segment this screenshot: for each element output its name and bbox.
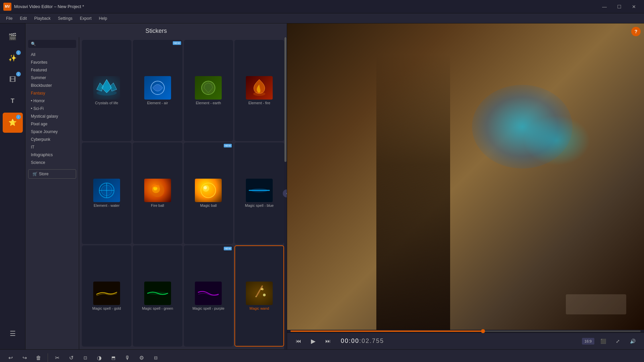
store-label: Store: [39, 172, 49, 176]
svg-rect-20: [255, 285, 263, 298]
stickers-panel: Stickers 🔍 ✕ All Favorites Featured Summ…: [25, 23, 287, 349]
sticker-thumb: [195, 76, 222, 100]
volume-button[interactable]: 🔊: [627, 335, 639, 347]
sidebar-btn-transitions[interactable]: 🎞 i: [3, 70, 23, 90]
expand-button[interactable]: ⤢: [612, 335, 624, 347]
category-it[interactable]: IT: [28, 143, 76, 151]
category-favorites[interactable]: Favorites: [28, 59, 76, 66]
more-icon: ☰: [10, 329, 16, 338]
sticker-label: Element - earth: [196, 101, 221, 105]
person-silhouette: [376, 54, 450, 330]
menu-playback[interactable]: Playback: [31, 15, 54, 22]
fullscreen-button[interactable]: ⬛: [597, 335, 609, 347]
sticker-magic-ball[interactable]: NEW Magic ball: [184, 142, 233, 244]
sticker-magic-spell-gold[interactable]: Magic spell - gold: [82, 245, 131, 347]
menu-file[interactable]: File: [3, 15, 16, 22]
svg-point-24: [263, 294, 266, 296]
stickers-title: Stickers: [145, 27, 167, 34]
scrollbar-thumb[interactable]: [284, 37, 286, 162]
help-button[interactable]: ?: [631, 27, 641, 36]
search-input[interactable]: [37, 42, 79, 46]
menu-help[interactable]: Help: [96, 15, 111, 22]
mic-button[interactable]: 🎙: [121, 352, 134, 362]
sticker-thumb: [93, 76, 120, 100]
svg-point-16: [204, 186, 207, 189]
play-button[interactable]: ▶: [307, 335, 319, 347]
sticker-element-air[interactable]: NEW Element - air: [133, 40, 182, 141]
category-fantasy[interactable]: Fantasy: [28, 89, 76, 97]
effects-icon: ✨: [8, 54, 17, 62]
redo-button[interactable]: ↪: [18, 352, 31, 362]
category-space-journey[interactable]: Space Journey: [28, 128, 76, 135]
aspect-ratio-button[interactable]: 16:9: [582, 338, 594, 345]
video-preview: ?: [287, 23, 644, 330]
category-pixel-age[interactable]: Pixel age: [28, 120, 76, 128]
sticker-element-earth[interactable]: Element - earth: [184, 40, 233, 141]
sticker-label: Crystals of life: [95, 101, 118, 105]
sticker-magic-spell-blue[interactable]: Magic spell - blue: [234, 142, 284, 244]
progress-track[interactable]: [290, 330, 641, 332]
category-cyberpunk[interactable]: Cyberpunk: [28, 136, 76, 143]
category-infographics[interactable]: Infographics: [28, 151, 76, 159]
sidebar-btn-stickers[interactable]: ⭐ i: [3, 113, 23, 133]
crop-button[interactable]: ⊡: [79, 352, 92, 362]
skip-to-end-button[interactable]: ⏭: [322, 335, 334, 347]
menu-edit[interactable]: Edit: [16, 15, 30, 22]
sticker-magic-spell-green[interactable]: Magic spell - green: [133, 245, 182, 347]
crystals-svg: [95, 78, 118, 98]
progress-thumb[interactable]: [481, 329, 485, 333]
sidebar-btn-video[interactable]: 🎬: [3, 27, 23, 47]
sticker-label: Magic spell - purple: [193, 306, 224, 310]
category-summer[interactable]: Summer: [28, 74, 76, 81]
category-all[interactable]: All: [28, 51, 76, 58]
sticker-crystals-of-life[interactable]: Crystals of life: [82, 40, 131, 141]
app-title: Movavi Video Editor – New Project *: [14, 4, 598, 9]
sticker-element-water[interactable]: Element - water: [82, 142, 131, 244]
stickers-body: 🔍 ✕ All Favorites Featured Summer Blockb…: [25, 37, 287, 349]
sliders-button[interactable]: ⊟: [149, 352, 162, 362]
undo-button[interactable]: ↩: [4, 352, 17, 362]
sidebar-btn-effects[interactable]: ✨ i: [3, 48, 23, 68]
category-blockbuster[interactable]: Blockbuster: [28, 82, 76, 89]
cut-button[interactable]: ✂: [51, 352, 63, 362]
export-clip-button[interactable]: ⬒: [107, 352, 120, 362]
menu-export[interactable]: Export: [76, 15, 95, 22]
maximize-button[interactable]: ☐: [612, 2, 626, 11]
category-scifi[interactable]: Sci-Fi: [28, 105, 76, 112]
sticker-element-fire[interactable]: Element - fire: [234, 40, 284, 141]
svg-marker-3: [110, 83, 117, 91]
contrast-button[interactable]: ◑: [93, 352, 106, 362]
bottom-toolbar: ↩ ↪ 🗑 ✂ ↺ ⊡ ◑ ⬒ 🎙 ⚙ ⊟: [0, 349, 644, 362]
category-science[interactable]: Science: [28, 159, 76, 166]
sidebar-btn-more[interactable]: ☰: [3, 324, 23, 344]
category-featured[interactable]: Featured: [28, 66, 76, 74]
close-button[interactable]: ✕: [627, 2, 641, 11]
time-display: 00:00:02.755: [341, 338, 384, 345]
sidebar-btn-titles[interactable]: T: [3, 91, 23, 111]
time-current: 00:00: [341, 338, 359, 344]
fireball-svg: [146, 180, 169, 200]
sticker-thumb: [195, 282, 222, 305]
store-icon: 🛒: [33, 172, 38, 176]
skip-to-start-button[interactable]: ⏮: [292, 335, 305, 347]
sticker-magic-wand[interactable]: Magic wand: [234, 245, 284, 347]
stickers-grid-container: ‹ Crystals of life: [79, 37, 287, 349]
category-horror[interactable]: Horror: [28, 97, 76, 105]
furniture-hint: [566, 294, 626, 314]
delete-button[interactable]: 🗑: [32, 352, 45, 362]
sticker-label: Magic spell - blue: [245, 203, 274, 207]
minimize-button[interactable]: —: [598, 2, 611, 11]
sticker-thumb: [195, 179, 222, 202]
menu-settings[interactable]: Settings: [55, 15, 76, 22]
rotate-button[interactable]: ↺: [65, 352, 77, 362]
sticker-fire-ball[interactable]: Fire ball: [133, 142, 182, 244]
time-separator: :: [359, 338, 362, 344]
stickers-badge: i: [16, 115, 21, 119]
sticker-magic-spell-purple[interactable]: NEW Magic spell - purple: [184, 245, 233, 347]
sticker-thumb: [144, 76, 171, 100]
store-button[interactable]: 🛒 Store: [28, 169, 76, 179]
sticker-label: Element - water: [94, 203, 119, 207]
app-icon: MV: [3, 3, 11, 11]
category-mystical-galaxy[interactable]: Mystical galaxy: [28, 113, 76, 120]
settings-button[interactable]: ⚙: [135, 352, 148, 362]
